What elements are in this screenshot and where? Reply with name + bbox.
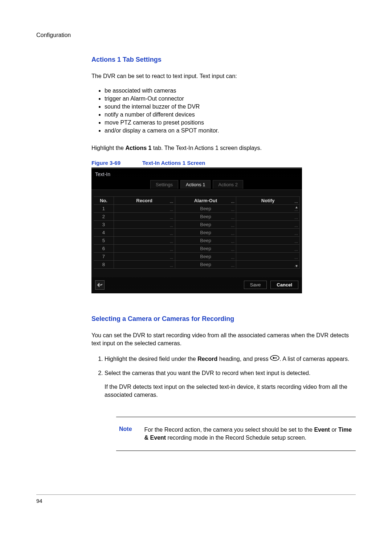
cell-alarmout[interactable]: Beep <box>175 221 237 229</box>
steps-list: Highlight the desired field under the Re… <box>91 355 356 405</box>
cell-notify[interactable] <box>236 245 300 253</box>
scroll-up-icon[interactable]: ▲ <box>294 205 299 210</box>
bullet-item: trigger an Alarm-Out connector <box>105 95 356 103</box>
enter-button-icon <box>270 355 279 363</box>
cell-alarmout[interactable]: Beep <box>175 253 237 261</box>
cell-no: 3 <box>94 221 114 229</box>
step-text: If the DVR detects text input on the sel… <box>105 384 347 398</box>
cell-notify[interactable] <box>236 253 300 261</box>
instruction-bold: Actions 1 <box>125 145 151 151</box>
step-text: . A list of cameras appears. <box>279 356 349 362</box>
note-bold: Event <box>314 427 330 433</box>
cell-record[interactable] <box>114 253 175 261</box>
cell-alarmout[interactable]: Beep <box>175 229 237 237</box>
cell-notify[interactable] <box>236 261 300 269</box>
cell-no: 8 <box>94 261 114 269</box>
scroll-down-icon[interactable]: ▼ <box>294 264 299 269</box>
instruction-text: Highlight the <box>91 145 125 151</box>
cell-notify[interactable] <box>236 229 300 237</box>
note-text-part: or <box>330 427 338 433</box>
cell-no: 6 <box>94 245 114 253</box>
note-label: Note <box>119 426 132 442</box>
section-title-actions1: Actions 1 Tab Settings <box>91 56 356 64</box>
table-row: 1 Beep <box>94 205 300 213</box>
cell-notify[interactable] <box>236 205 300 213</box>
svg-rect-1 <box>275 358 277 359</box>
tab-actions2[interactable]: Actions 2 <box>213 180 243 189</box>
note-text-part: recording mode in the Record Schedule se… <box>166 435 306 441</box>
step-bold: Record <box>197 356 217 362</box>
cell-notify[interactable] <box>236 221 300 229</box>
step-text: heading, and press <box>217 356 270 362</box>
bullet-item: be associated with cameras <box>105 87 356 95</box>
cell-record[interactable] <box>114 237 175 245</box>
note-text: For the Record action, the camera you se… <box>144 426 353 442</box>
highlight-instruction: Highlight the Actions 1 tab. The Text-In… <box>91 144 356 152</box>
cell-record[interactable] <box>114 245 175 253</box>
cell-notify[interactable] <box>236 213 300 221</box>
bullet-item: notify a number of different devices <box>105 111 356 119</box>
step-text: Select the cameras that you want the DVR… <box>105 370 310 376</box>
instruction-text: tab. The Text-In Actions 1 screen displa… <box>151 145 262 151</box>
cell-record[interactable] <box>114 205 175 213</box>
cell-record[interactable] <box>114 221 175 229</box>
cell-alarmout[interactable]: Beep <box>175 245 237 253</box>
col-header-notify[interactable]: Notify <box>236 197 300 205</box>
back-arrow-icon <box>97 283 102 287</box>
cell-no: 7 <box>94 253 114 261</box>
cancel-button[interactable]: Cancel <box>270 281 298 289</box>
table-row: 8 Beep <box>94 261 300 269</box>
cell-alarmout[interactable]: Beep <box>175 213 237 221</box>
cell-alarmout[interactable]: Beep <box>175 205 237 213</box>
section-title-selecting-camera: Selecting a Camera or Cameras for Record… <box>91 315 356 323</box>
cell-no: 2 <box>94 213 114 221</box>
table-row: 2 Beep <box>94 213 300 221</box>
back-button[interactable] <box>95 280 105 290</box>
table-row: 4 Beep <box>94 229 300 237</box>
table-row: 7 Beep <box>94 253 300 261</box>
note-text-part: For the Record action, the camera you se… <box>144 427 314 433</box>
bullet-item: and/or display a camera on a SPOT monito… <box>105 127 356 135</box>
figure-number: Figure 3-69 <box>91 160 121 166</box>
table-row: 5 Beep <box>94 237 300 245</box>
col-header-no: No. <box>94 197 114 205</box>
dvr-window-title: Text-In <box>91 168 302 180</box>
cell-record[interactable] <box>114 261 175 269</box>
page-footer: 94 <box>36 494 356 504</box>
cell-no: 4 <box>94 229 114 237</box>
tab-actions1[interactable]: Actions 1 <box>180 180 211 189</box>
feature-bullet-list: be associated with cameras trigger an Al… <box>91 87 356 135</box>
page-header-section: Configuration <box>36 32 356 38</box>
col-header-alarmout[interactable]: Alarm-Out <box>175 197 237 205</box>
table-row: 3 Beep <box>94 221 300 229</box>
cell-no: 1 <box>94 205 114 213</box>
cell-alarmout[interactable]: Beep <box>175 237 237 245</box>
intro-paragraph: The DVR can be set to react to text inpu… <box>91 72 356 80</box>
note-block: Note For the Record action, the camera y… <box>116 417 356 451</box>
figure-title: Text-In Actions 1 Screen <box>142 160 205 166</box>
page-number: 94 <box>36 498 42 504</box>
step-item: Highlight the desired field under the Re… <box>105 355 356 369</box>
save-button[interactable]: Save <box>244 281 267 289</box>
step-item: Select the cameras that you want the DVR… <box>105 369 356 405</box>
cell-record[interactable] <box>114 213 175 221</box>
step-text: Highlight the desired field under the <box>105 356 197 362</box>
section2-intro: You can set the DVR to start recording v… <box>91 331 356 348</box>
cell-no: 5 <box>94 237 114 245</box>
table-row: 6 Beep <box>94 245 300 253</box>
cell-notify[interactable] <box>236 237 300 245</box>
col-header-record[interactable]: Record <box>114 197 175 205</box>
dvr-screenshot: Text-In Settings Actions 1 Actions 2 No.… <box>91 167 302 293</box>
figure-caption: Figure 3-69Text-In Actions 1 Screen <box>91 160 356 166</box>
bullet-item: move PTZ cameras to preset positions <box>105 119 356 127</box>
dvr-table: No. Record Alarm-Out Notify 1 Beep 2 <box>94 196 300 269</box>
cell-alarmout[interactable]: Beep <box>175 261 237 269</box>
tab-settings[interactable]: Settings <box>150 180 178 189</box>
cell-record[interactable] <box>114 229 175 237</box>
bullet-item: sound the internal buzzer of the DVR <box>105 103 356 111</box>
